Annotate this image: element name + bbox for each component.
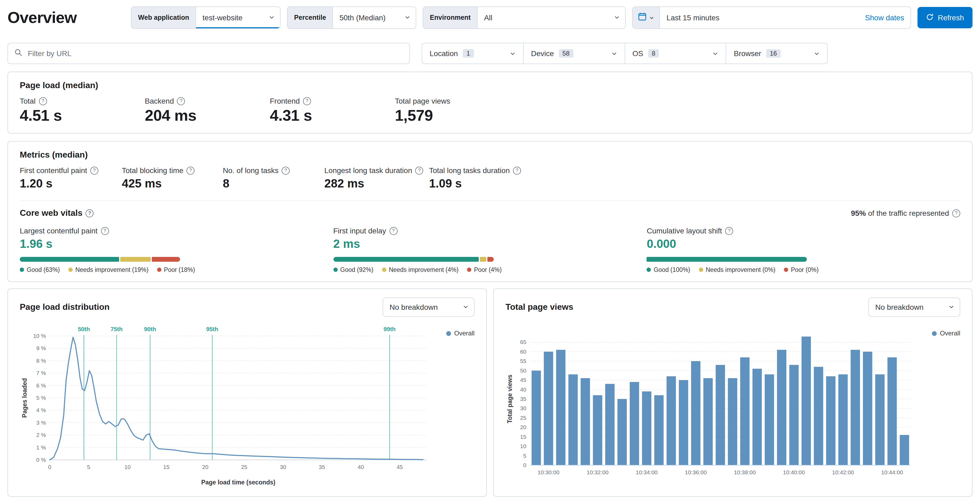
page-views-bar xyxy=(544,352,553,465)
y-tick-label: 15 xyxy=(520,434,527,440)
info-icon[interactable] xyxy=(282,166,290,174)
page-views-bar xyxy=(740,357,749,465)
chart-legend[interactable]: Overall xyxy=(932,329,960,337)
date-picker: Last 15 minutes Show dates xyxy=(632,6,911,29)
cwv-legend-item: Needs improvement (4%) xyxy=(382,267,458,273)
percentile-annotation-label: 75th xyxy=(111,326,123,332)
ux-overview-page: Overview Web application test-website Pe… xyxy=(0,0,980,501)
url-filter-input[interactable] xyxy=(27,49,403,58)
vital-largest-contentful-paint: Largest contentful paint 1.96 s Good (63… xyxy=(20,226,333,273)
filter-count-badge: 16 xyxy=(766,49,781,58)
y-tick-label: 30 xyxy=(520,405,527,411)
vital-legend: Good (63%)Needs improvement (19%)Poor (1… xyxy=(20,267,333,273)
page-views-bar xyxy=(765,374,774,465)
info-icon[interactable] xyxy=(389,227,397,235)
percentile-annotation-label: 50th xyxy=(78,326,90,332)
y-tick-label: 35 xyxy=(520,396,527,402)
page-title: Overview xyxy=(8,8,77,27)
cwv-legend-item: Poor (4%) xyxy=(467,267,502,273)
stat-label: Total blocking time xyxy=(122,166,183,175)
info-icon[interactable] xyxy=(725,227,733,235)
page-load-stats: Total 4.51 s Backend 204 ms Frontend 4.3… xyxy=(20,97,960,124)
legend-label: Overall xyxy=(940,329,960,337)
stat-label: No. of long tasks xyxy=(223,166,278,175)
x-tick-label: 10:32:00 xyxy=(587,469,609,476)
filter-os[interactable]: OS 8 xyxy=(625,43,727,64)
filter-browser[interactable]: Browser 16 xyxy=(727,43,827,64)
breakdown-select[interactable]: No breakdown xyxy=(868,297,960,317)
y-tick-label: 10 % xyxy=(33,333,46,339)
filter-label: Device xyxy=(531,49,554,58)
y-tick-label: 2 % xyxy=(37,432,46,438)
y-tick-label: 7 % xyxy=(37,370,46,376)
good-segment xyxy=(333,257,479,262)
chevron-down-icon xyxy=(510,51,515,56)
stat-label: Frontend xyxy=(270,97,300,105)
page-views-bar xyxy=(826,376,835,465)
info-icon[interactable] xyxy=(101,227,109,235)
breakdown-select[interactable]: No breakdown xyxy=(383,297,474,317)
quick-select-menu-button[interactable] xyxy=(633,7,660,28)
y-tick-label: 0 % xyxy=(37,456,46,463)
stat-value: 1.09 s xyxy=(429,177,521,191)
legend-dot-icon xyxy=(932,331,937,336)
traffic-percent: 95% xyxy=(851,209,866,217)
y-tick-label: 20 xyxy=(520,424,527,430)
info-icon[interactable] xyxy=(303,97,311,105)
page-views-bar xyxy=(888,357,897,465)
page-views-bar xyxy=(691,361,700,465)
page-load-panel: Page load (median) Total 4.51 s Backend … xyxy=(8,72,972,134)
needs-improvement-segment xyxy=(121,257,150,262)
stat-total-blocking-time: Total blocking time 425 ms xyxy=(122,166,223,191)
info-icon[interactable] xyxy=(952,209,960,217)
page-views-bar xyxy=(777,350,786,465)
page-load-distribution-panel: Page load distribution No breakdown 0 %1… xyxy=(8,288,487,497)
stat-longest-long-task: Longest long task duration 282 ms xyxy=(325,166,429,191)
x-tick-label: 10 xyxy=(124,464,130,470)
page-views-bar xyxy=(630,382,639,465)
y-tick-label: 8 % xyxy=(37,358,46,364)
cwv-legend-item: Needs improvement (19%) xyxy=(68,267,148,273)
filter-location[interactable]: Location 1 xyxy=(422,43,523,64)
x-tick-label: 5 xyxy=(87,464,90,470)
panel-title: Metrics (median) xyxy=(20,150,960,160)
percentile-select[interactable]: 50th (Median) xyxy=(333,7,416,28)
chart-legend[interactable]: Overall xyxy=(446,329,474,337)
page-views-bar xyxy=(851,350,860,465)
stat-label: Total page views xyxy=(395,97,450,105)
refresh-button[interactable]: Refresh xyxy=(918,7,972,28)
info-icon[interactable] xyxy=(39,97,47,105)
show-dates-link[interactable]: Show dates xyxy=(865,13,910,22)
info-icon[interactable] xyxy=(186,166,194,174)
info-icon[interactable] xyxy=(415,166,423,174)
page-views-bar xyxy=(605,384,614,465)
info-icon[interactable] xyxy=(90,166,98,174)
panel-title: Page load distribution xyxy=(20,302,110,312)
vital-distribution-bar xyxy=(333,257,493,262)
breakdown-value: No breakdown xyxy=(875,303,924,312)
filter-group: Location 1 Device 58 OS 8 Browser 16 xyxy=(422,43,828,64)
filter-row: Location 1 Device 58 OS 8 Browser 16 xyxy=(0,43,980,64)
percentile-annotation-label: 90th xyxy=(144,326,156,332)
metrics-panel: Metrics (median) First contentful paint … xyxy=(8,141,972,282)
page-views-bar xyxy=(838,374,848,465)
info-icon[interactable] xyxy=(513,166,521,174)
legend-dot-icon xyxy=(68,267,73,272)
filter-device[interactable]: Device 58 xyxy=(523,43,625,64)
environment-select[interactable]: All xyxy=(478,7,625,28)
stat-value: 204 ms xyxy=(145,107,270,124)
environment-value: All xyxy=(484,13,492,22)
filter-label: Browser xyxy=(734,49,762,58)
info-icon[interactable] xyxy=(86,209,94,217)
cwv-legend-item: Poor (0%) xyxy=(784,267,819,273)
date-range-value[interactable]: Last 15 minutes xyxy=(660,13,865,22)
x-tick-label: 30 xyxy=(280,464,286,470)
stat-backend: Backend 204 ms xyxy=(145,97,270,124)
page-views-bar xyxy=(642,391,651,465)
info-icon[interactable] xyxy=(177,97,185,105)
web-application-select[interactable]: test-website xyxy=(196,7,280,28)
chevron-down-icon xyxy=(405,13,410,22)
vital-label: Cumulative layout shift xyxy=(647,226,722,235)
stat-label: First contentful paint xyxy=(20,166,87,175)
web-application-control: Web application test-website xyxy=(131,6,281,29)
